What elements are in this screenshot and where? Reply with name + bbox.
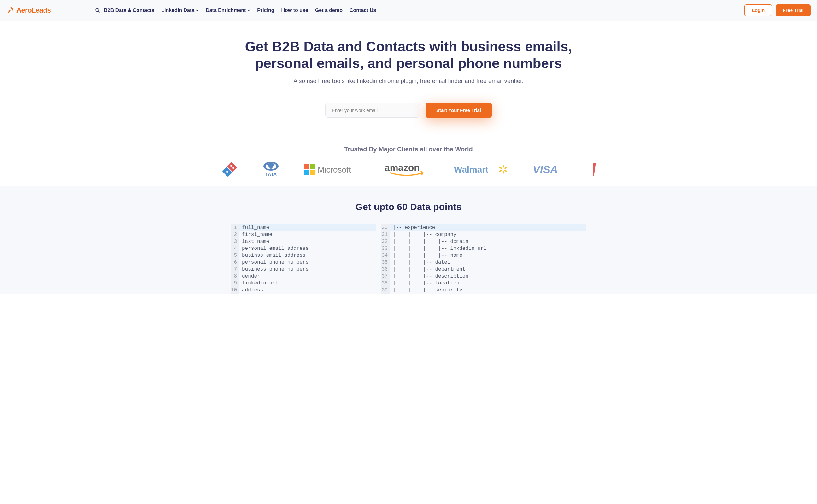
line-content: gender <box>239 273 260 280</box>
code-line: 34| | | |-- name <box>381 252 586 259</box>
line-number: 31 <box>381 231 390 238</box>
nav-get-demo[interactable]: Get a demo <box>315 8 343 13</box>
datapoints-heading: Get upto 60 Data points <box>0 202 817 212</box>
line-number: 2 <box>231 231 239 238</box>
nav-data-enrichment[interactable]: Data Enrichment <box>206 8 250 13</box>
nav-label: Data Enrichment <box>206 8 246 13</box>
line-content: | | |-- date1 <box>390 259 450 266</box>
code-col-1: 1full_name2first_name3last_name4personal… <box>231 224 376 294</box>
svg-rect-11 <box>310 164 315 169</box>
code-line: 30|-- experience <box>381 224 586 231</box>
line-content: | | | |-- name <box>390 252 462 259</box>
brand-logo[interactable]: AeroLeads <box>6 6 51 15</box>
code-line: 4personal email address <box>231 245 376 252</box>
signup-row: Start Your Free Trial <box>6 103 811 118</box>
line-content: | | |-- department <box>390 266 465 273</box>
line-number: 37 <box>381 273 390 280</box>
rocket-icon <box>6 6 15 15</box>
nav-label: Contact Us <box>350 8 376 13</box>
nav-contact-us[interactable]: Contact Us <box>350 8 376 13</box>
line-number: 35 <box>381 259 390 266</box>
client-logo-microsoft: Microsoft <box>304 162 362 176</box>
line-content: | | | |-- domain <box>390 238 468 245</box>
nav-b2b-data[interactable]: B2B Data & Contacts <box>95 8 154 13</box>
hero-title: Get B2B Data and Contacts with business … <box>235 38 582 72</box>
svg-line-1 <box>98 11 100 12</box>
nav-label: How to use <box>281 8 308 13</box>
client-logo-walmart: Walmart <box>454 162 511 176</box>
svg-text:Walmart: Walmart <box>454 165 488 174</box>
svg-rect-20 <box>499 169 502 172</box>
line-number: 30 <box>381 224 390 231</box>
code-line: 3last_name <box>231 238 376 245</box>
line-content: personal phone numbers <box>239 259 309 266</box>
line-content: personal email address <box>239 245 309 252</box>
code-line: 38| | |-- location <box>381 280 586 287</box>
line-content: last_name <box>239 238 269 245</box>
line-number: 1 <box>231 224 239 231</box>
clients-section: Trusted By Major Clients all over the Wo… <box>0 137 817 186</box>
line-number: 3 <box>231 238 239 245</box>
line-number: 34 <box>381 252 390 259</box>
line-content: address <box>239 287 263 294</box>
code-line: 5businss email address <box>231 252 376 259</box>
code-line: 39| | |-- seniority <box>381 287 586 294</box>
svg-text:TATA: TATA <box>265 172 277 177</box>
client-logo-amazon: amazon <box>385 162 432 176</box>
nav-linkedin-data[interactable]: LinkedIn Data <box>161 8 199 13</box>
nav-how-to-use[interactable]: How to use <box>281 8 308 13</box>
start-trial-button[interactable]: Start Your Free Trial <box>426 103 492 118</box>
line-number: 36 <box>381 266 390 273</box>
line-number: 4 <box>231 245 239 252</box>
code-line: 35| | |-- date1 <box>381 259 586 266</box>
svg-text:amazon: amazon <box>385 162 420 173</box>
line-number: 39 <box>381 287 390 294</box>
line-content: linkedin url <box>239 280 278 287</box>
code-line: 7business phone numbers <box>231 266 376 273</box>
code-line: 33| | | |-- lnkdedin url <box>381 245 586 252</box>
code-line: 9linkedin url <box>231 280 376 287</box>
line-content: | | | |-- lnkdedin url <box>390 245 487 252</box>
client-logo-dominos <box>221 162 238 176</box>
nav-pricing[interactable]: Pricing <box>257 8 274 13</box>
code-line: 6personal phone numbers <box>231 259 376 266</box>
login-button[interactable]: Login <box>744 4 772 16</box>
code-line: 31| | |-- company <box>381 231 586 238</box>
datapoints-section: Get upto 60 Data points 1full_name2first… <box>0 186 817 294</box>
svg-point-0 <box>96 8 99 12</box>
work-email-input[interactable] <box>325 103 420 118</box>
header-left: AeroLeads B2B Data & Contacts LinkedIn D… <box>6 6 376 15</box>
line-content: |-- experience <box>390 224 435 231</box>
code-line: 2first_name <box>231 231 376 238</box>
line-content: full_name <box>239 224 269 231</box>
svg-rect-22 <box>504 169 507 172</box>
free-trial-button[interactable]: Free Trial <box>776 4 811 16</box>
header-right: Login Free Trial <box>744 4 811 16</box>
svg-rect-12 <box>304 170 309 175</box>
hero-section: Get B2B Data and Contacts with business … <box>0 21 817 137</box>
line-content: business phone numbers <box>239 266 309 273</box>
nav-label: B2B Data & Contacts <box>104 8 154 13</box>
line-number: 33 <box>381 245 390 252</box>
code-line: 1full_name <box>231 224 376 231</box>
svg-rect-19 <box>504 167 507 169</box>
line-content: first_name <box>239 231 272 238</box>
nav-label: Get a demo <box>315 8 343 13</box>
search-icon <box>95 8 101 13</box>
line-number: 6 <box>231 259 239 266</box>
line-number: 10 <box>231 287 239 294</box>
client-logo-tata: TATA <box>260 162 282 176</box>
clients-heading: Trusted By Major Clients all over the Wo… <box>0 146 817 153</box>
client-logo-visa: VISA <box>533 162 571 176</box>
code-line: 36| | |-- department <box>381 266 586 273</box>
line-number: 9 <box>231 280 239 287</box>
svg-rect-18 <box>503 171 504 174</box>
code-line: 10address <box>231 287 376 294</box>
line-content: | | |-- location <box>390 280 459 287</box>
code-col-2: 30|-- experience31| | |-- company32| | |… <box>381 224 586 294</box>
code-line: 37| | |-- description <box>381 273 586 280</box>
main-nav: B2B Data & Contacts LinkedIn Data Data E… <box>95 8 376 13</box>
line-number: 7 <box>231 266 239 273</box>
line-content: | | |-- seniority <box>390 287 462 294</box>
svg-rect-17 <box>503 165 504 168</box>
